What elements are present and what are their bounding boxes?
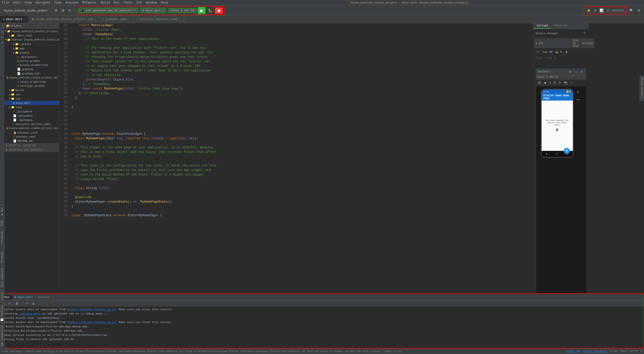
console-clear-btn[interactable]: 🗑	[15, 301, 20, 306]
tree-lib[interactable]: ▼ 📁 lib	[4, 97, 59, 101]
emulator-zoom-out[interactable]: —	[575, 96, 582, 103]
run-button[interactable]: ▶	[198, 7, 206, 14]
run-target-box[interactable]: ◆ main.dart ▼	[140, 8, 166, 13]
tab-analysis-close[interactable]: ✕	[179, 18, 181, 21]
run-target-dropdown[interactable]: ▼	[162, 9, 164, 12]
stop-button[interactable]: ⏹	[215, 7, 223, 14]
sidebar-android-icon[interactable]: A	[0, 35, 4, 39]
tree-gradlew-bat[interactable]: 📄 gradlew.bat	[4, 71, 59, 76]
tab-pubspec-close[interactable]: ✕	[129, 18, 131, 21]
tree-gradle[interactable]: ▶ 📁 .gradle	[4, 42, 59, 46]
tree-project-iml[interactable]: ☰ huyea_android_studio_project.iml	[4, 76, 59, 80]
avd-edit-btn[interactable]: ✎	[560, 50, 563, 54]
run-tool-tab[interactable]: ▶ Run	[0, 205, 4, 218]
flutter-hot-reload[interactable]: ⚡	[585, 8, 592, 13]
menu-run[interactable]: Run	[114, 1, 119, 5]
phone-nav-home[interactable]: ⬡	[556, 152, 558, 155]
tree-gitignore-root[interactable]: ⊙ .gitignore	[4, 109, 59, 114]
avd-more-btn[interactable]: ▼	[565, 50, 568, 54]
settings-btn[interactable]: ⚙	[636, 8, 642, 13]
layout-inspector-link[interactable]: Layout Inspector	[583, 350, 607, 353]
tree-ios[interactable]: ▶ 📁 ios	[4, 92, 59, 97]
tree-gradle-props[interactable]: ≡ gradle.properties	[4, 63, 59, 67]
emulator-overview-btn[interactable]: ☰	[552, 80, 557, 85]
menu-code[interactable]: Code	[54, 1, 62, 5]
tree-root-iml[interactable]: ☰ huyea_android_studio_project.iml	[4, 126, 59, 130]
profiler-tab[interactable]: 📊 Profiler	[0, 302, 4, 323]
tree-dart-tool[interactable]: ▶ 📁 .dart_tool	[4, 33, 59, 38]
section-external-libs[interactable]: ▶ External Libraries	[4, 143, 59, 148]
console-output[interactable]: Flutter assets will be downloaded from h…	[1, 306, 643, 348]
code-content[interactable]: return MaterialApp( title: 'Flutter Demo…	[69, 23, 533, 293]
tree-app[interactable]: ▶ 📁 app	[4, 46, 59, 51]
project-button[interactable]: huyea_android_studio_project	[2, 8, 49, 13]
section-scratches[interactable]: ▶ Scratches and Consoles	[4, 148, 59, 152]
emulator-rotate-btn[interactable]: ↻	[558, 80, 562, 85]
emulator-screenshot-btn[interactable]: 📷	[563, 80, 569, 85]
terminal-tool-tab[interactable]: Terminal	[0, 249, 4, 265]
menu-refactor[interactable]: Refactor	[82, 1, 97, 5]
phone-nav-back[interactable]: ◀	[546, 152, 547, 155]
tab-close-icon[interactable]: ✕	[24, 18, 25, 21]
console-scroll-btn[interactable]: ↓	[21, 301, 24, 306]
problems-tool-tab[interactable]: ⚠ Problems	[0, 228, 4, 249]
console-tab-btn[interactable]: ≡	[8, 301, 11, 306]
phone-fab[interactable]: +	[564, 148, 570, 154]
emulator-settings-btn[interactable]: ⚙	[567, 69, 573, 74]
api-version-box[interactable]: Pixel 5 API 32	[168, 8, 196, 13]
sidebar-resource-icon[interactable]: R	[0, 30, 4, 33]
tab-iml[interactable]: ☰ huyea_android_studio_project.iml ✕	[29, 16, 100, 23]
todo-tool-tab[interactable]: TODO	[0, 218, 4, 228]
tab-pubspec[interactable]: ≡ pubspec.yaml ✕	[100, 16, 134, 23]
tree-test[interactable]: ▶ 📁 test	[4, 105, 59, 109]
tree-readme[interactable]: 📄 README.md	[4, 139, 59, 143]
menu-view[interactable]: View	[25, 1, 32, 5]
coverage-btn[interactable]: 🛡	[605, 8, 611, 13]
project-gear-icon[interactable]: ⚙	[56, 24, 57, 27]
avd-tab-virtual[interactable]: Virtual	[534, 23, 551, 29]
profiler-btn[interactable]: 📊	[598, 8, 605, 13]
tree-gradlew[interactable]: 📄 gradlew	[4, 67, 59, 71]
device-dropdown-arrow[interactable]: ▼	[134, 9, 136, 12]
app-inspection-tab[interactable]: App Inspection	[0, 323, 4, 348]
dart-analysis-tab[interactable]: Dart Analysis	[0, 265, 4, 289]
build-variants-tab[interactable]: Build Variants	[640, 75, 644, 101]
event-log-link[interactable]: Event Log	[567, 350, 580, 353]
tree-packages[interactable]: 📄 .packages	[4, 118, 59, 122]
tab-iml-close[interactable]: ✕	[95, 18, 96, 21]
flutter-hot-restart[interactable]: ↺	[592, 8, 598, 13]
menu-help[interactable]: Help	[161, 1, 168, 5]
emulator-zoom-in[interactable]: +	[575, 89, 582, 95]
run-config-device[interactable]: 📱 sdk gphone64 x86 64 (mobile) ▼	[78, 8, 138, 13]
menu-edit[interactable]: Edit	[13, 1, 21, 5]
search-everywhere[interactable]: 🔍	[628, 8, 635, 13]
tree-pubspec-lock[interactable]: 🔒 pubspec.lock	[4, 130, 59, 135]
tree-android[interactable]: ▼ 📁 android [huyea_android_studio_projec…	[4, 38, 59, 42]
tree-pubspec-yaml[interactable]: ≡ pubspec.yaml	[4, 135, 59, 139]
menu-window[interactable]: Window	[146, 1, 157, 5]
tab-main-dart[interactable]: ◆ main.dart ✕	[0, 16, 29, 23]
tree-root[interactable]: ▼ 📁 huyea_android_studio_project	[4, 29, 59, 33]
avd-help-btn[interactable]: ?	[582, 30, 587, 36]
tree-local-props[interactable]: ≡ local.properties	[4, 80, 59, 84]
console-link-2[interactable]: https://storage.flutter-io.cn	[67, 321, 115, 324]
toolbar-layout[interactable]: ⊞	[60, 8, 66, 13]
console-print-btn[interactable]: 🖨	[31, 301, 36, 306]
console-link-1[interactable]: https://storage.flutter-io.cn	[67, 308, 115, 311]
tree-gradle-dir[interactable]: ▶ 📁 gradle	[4, 51, 59, 55]
sidebar-project-icon[interactable]: P	[0, 24, 4, 28]
emulator-back-btn[interactable]: ◀	[543, 80, 547, 85]
toolbar-settings[interactable]: ⚙	[53, 8, 59, 13]
menu-navigate[interactable]: Navigate	[36, 1, 50, 5]
avd-run-btn[interactable]: ▶	[556, 50, 558, 54]
menu-file[interactable]: File	[2, 1, 9, 5]
emulator-more-btn[interactable]: ⋮	[569, 80, 574, 85]
tab-analysis[interactable]: ≡ analysis_options.yaml ✕	[134, 16, 184, 23]
bottom-tab-console[interactable]: Console	[35, 295, 52, 300]
tree-build-gradle[interactable]: G build.gradle	[4, 59, 59, 63]
code-editor[interactable]: 1112131415 1617181920 2122232425 2627282…	[59, 23, 533, 293]
toolbar-sync[interactable]: ↻	[67, 8, 73, 13]
emulator-minimize-btn[interactable]: —	[573, 69, 579, 74]
tree-build[interactable]: ▶ 📁 build	[4, 88, 59, 92]
tree-settings-gradle[interactable]: G settings.gradle	[4, 84, 59, 88]
